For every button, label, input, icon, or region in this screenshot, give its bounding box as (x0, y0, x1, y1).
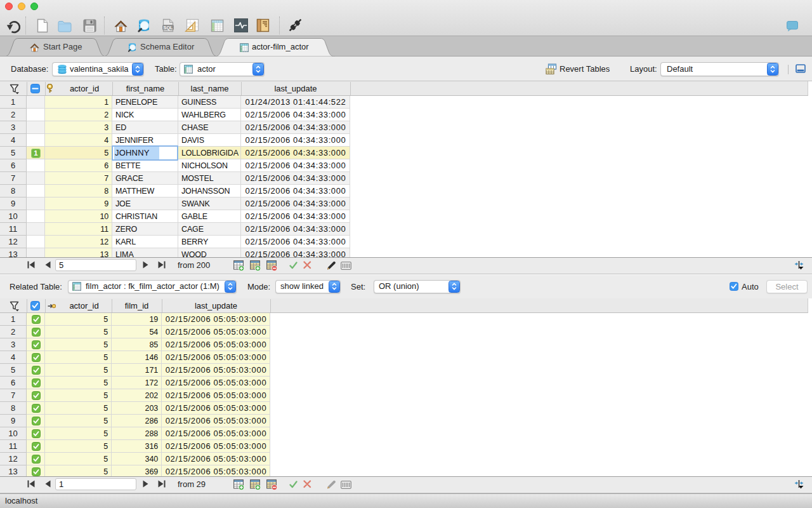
svg-text:1: 1 (34, 149, 37, 157)
svg-text:SQL: SQL (164, 25, 173, 30)
